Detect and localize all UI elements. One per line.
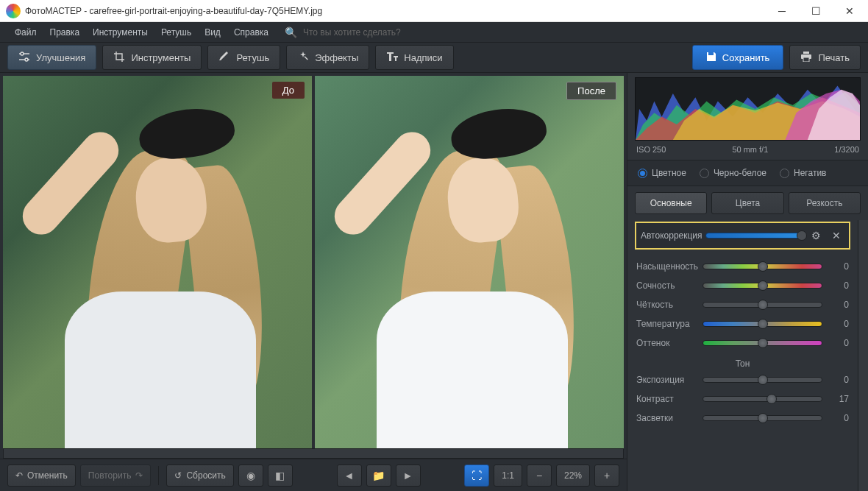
minimize-button[interactable]: ─: [765, 0, 799, 22]
tab-effects[interactable]: Эффекты: [286, 45, 369, 70]
split-icon: ◧: [275, 470, 285, 481]
autocorrect-row: Автокоррекция ⚙ ✕: [635, 222, 850, 250]
tab-tools[interactable]: Инструменты: [102, 45, 202, 70]
zoom-in-button[interactable]: +: [594, 464, 619, 487]
plus-icon: +: [604, 470, 610, 481]
compare-split-button[interactable]: ◧: [268, 464, 293, 487]
menu-edit[interactable]: Правка: [44, 24, 86, 40]
menu-tools[interactable]: Инструменты: [87, 24, 154, 40]
app-logo-icon: [6, 4, 21, 18]
search-input[interactable]: Что вы хотите сделать?: [303, 27, 401, 38]
tab-label: Эффекты: [315, 52, 358, 63]
color-mode-row: Цветное Черно-белое Негатив: [627, 160, 868, 186]
autocorrect-slider[interactable]: [705, 233, 803, 239]
fit-icon: ⛶: [472, 470, 482, 481]
mode-negative-radio[interactable]: Негатив: [780, 168, 826, 178]
contrast-row: Контраст 17: [635, 389, 850, 409]
preview-toggle-button[interactable]: ◉: [238, 464, 263, 487]
image-before[interactable]: До: [3, 76, 312, 448]
tab-label: Улучшения: [36, 52, 85, 63]
chevron-right-icon: ►: [403, 470, 413, 481]
main-toolbar: Улучшения Инструменты Ретушь Эффекты Над…: [0, 42, 868, 73]
close-icon: ✕: [832, 230, 841, 241]
print-icon: [800, 52, 812, 64]
tone-section-header: Тон: [635, 353, 850, 370]
eye-icon: ◉: [246, 470, 255, 481]
tab-label: Ретушь: [236, 52, 269, 63]
autocorrect-settings-button[interactable]: ⚙: [808, 227, 824, 244]
menu-help[interactable]: Справка: [228, 24, 274, 40]
before-label: До: [272, 82, 305, 99]
bottom-toolbar: ↶ Отменить Повторить ↷ ↺ Сбросить ◉ ◧ ◄ …: [0, 459, 627, 491]
maximize-button[interactable]: ☐: [799, 0, 833, 22]
mode-bw-radio[interactable]: Черно-белое: [700, 168, 766, 178]
undo-icon: ↶: [15, 470, 23, 481]
highlights-slider[interactable]: [702, 415, 822, 421]
fit-screen-button[interactable]: ⛶: [464, 464, 489, 487]
canvas-area: До После ↶ Отменить Повт: [0, 73, 627, 491]
actual-size-button[interactable]: 1:1: [494, 464, 522, 487]
sliders-icon: [18, 52, 30, 64]
exposure-row: Экспозиция 0: [635, 370, 850, 389]
brush-icon: [218, 51, 230, 65]
save-icon: [706, 52, 716, 64]
autocorrect-label: Автокоррекция: [641, 230, 701, 241]
controls-panel: Автокоррекция ⚙ ✕ Насыщенность 0 Сочност…: [627, 220, 858, 491]
image-after[interactable]: После: [315, 76, 624, 448]
exposure-slider[interactable]: [702, 377, 822, 383]
sidebar: ISO 250 50 mm f/1 1/3200 Цветное Черно-б…: [627, 73, 868, 491]
tab-enhance[interactable]: Улучшения: [7, 45, 96, 70]
close-button[interactable]: ✕: [833, 0, 867, 22]
temperature-row: Температура 0: [635, 314, 850, 333]
menu-retouch[interactable]: Ретушь: [155, 24, 197, 40]
text-icon: [386, 52, 398, 64]
svg-rect-7: [803, 57, 809, 62]
minus-icon: −: [536, 470, 542, 481]
zoom-out-button[interactable]: −: [527, 464, 552, 487]
browse-button[interactable]: 📁: [366, 464, 391, 487]
subtab-basic[interactable]: Основные: [635, 192, 707, 214]
print-button[interactable]: Печать: [789, 45, 861, 70]
search-icon: 🔍: [285, 27, 297, 38]
exif-iso: ISO 250: [636, 145, 666, 154]
temperature-slider[interactable]: [702, 321, 822, 327]
contrast-slider[interactable]: [702, 396, 822, 402]
menu-file[interactable]: Файл: [9, 24, 43, 40]
gear-icon: ⚙: [811, 230, 821, 241]
autocorrect-close-button[interactable]: ✕: [828, 227, 844, 244]
tint-slider[interactable]: [702, 340, 822, 346]
tab-text[interactable]: Надписи: [375, 45, 453, 70]
redo-button[interactable]: Повторить ↷: [80, 464, 152, 487]
exif-info: ISO 250 50 mm f/1 1/3200: [627, 144, 868, 160]
clarity-row: Чёткость 0: [635, 295, 850, 314]
mode-color-radio[interactable]: Цветное: [638, 168, 686, 178]
svg-rect-5: [803, 52, 809, 54]
saturation-slider[interactable]: [702, 264, 822, 269]
exif-shutter: 1/3200: [834, 145, 859, 154]
clarity-slider[interactable]: [702, 302, 822, 308]
reset-button[interactable]: ↺ Сбросить: [166, 464, 233, 487]
reset-icon: ↺: [174, 470, 182, 481]
tab-retouch[interactable]: Ретушь: [207, 45, 280, 70]
save-label: Сохранить: [722, 52, 770, 63]
tab-label: Инструменты: [131, 52, 191, 63]
exif-focal: 50 mm f/1: [732, 145, 768, 154]
prev-image-button[interactable]: ◄: [337, 464, 362, 487]
svg-point-3: [25, 58, 28, 61]
undo-button[interactable]: ↶ Отменить: [7, 464, 76, 487]
save-button[interactable]: Сохранить: [692, 45, 784, 70]
subtab-sharp[interactable]: Резкость: [789, 192, 861, 214]
subtab-colors[interactable]: Цвета: [711, 192, 783, 214]
horizontal-scrollbar[interactable]: [3, 448, 624, 459]
vibrance-slider[interactable]: [702, 283, 822, 289]
redo-icon: ↷: [135, 470, 143, 481]
zoom-level[interactable]: 22%: [556, 464, 590, 487]
chevron-left-icon: ◄: [344, 470, 355, 481]
menu-view[interactable]: Вид: [199, 24, 227, 40]
svg-rect-4: [305, 56, 308, 60]
vertical-scrollbar[interactable]: [858, 220, 868, 491]
next-image-button[interactable]: ►: [396, 464, 421, 487]
histogram[interactable]: [635, 77, 861, 141]
highlights-row: Засветки 0: [635, 409, 850, 428]
adjustment-subtabs: Основные Цвета Резкость: [627, 186, 868, 220]
